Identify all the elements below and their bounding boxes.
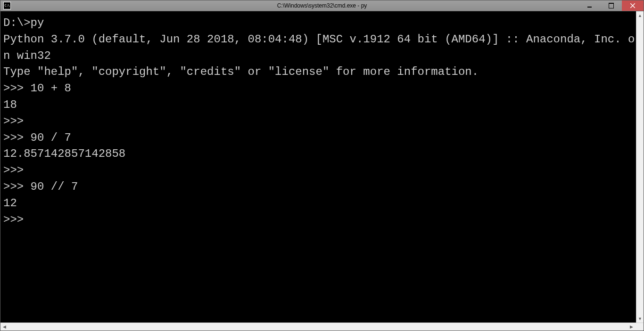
scrollbar-horizontal[interactable]: ◀ ▶ [0, 323, 644, 331]
maximize-button[interactable] [600, 0, 622, 11]
titlebar[interactable]: C:\Windows\system32\cmd.exe - py [0, 0, 644, 11]
scrollbar-corner [636, 323, 644, 331]
minimize-button[interactable] [578, 0, 600, 11]
scroll-right-icon[interactable]: ▶ [627, 323, 636, 331]
terminal-line: D:\>py [3, 15, 636, 32]
terminal-line: >>> 10 + 8 [3, 81, 636, 97]
terminal-output[interactable]: D:\>pyPython 3.7.0 (default, Jun 28 2018… [0, 11, 636, 323]
terminal-line: Python 3.7.0 (default, Jun 28 2018, 08:0… [3, 32, 636, 65]
scrollbar-vertical[interactable]: ▲ ▼ [636, 11, 644, 323]
window-title: C:\Windows\system32\cmd.exe - py [0, 2, 644, 9]
terminal-line: >>> 90 // 7 [3, 179, 636, 195]
window-controls [578, 0, 644, 11]
scrollbar-horizontal-track[interactable] [8, 323, 627, 331]
scroll-left-icon[interactable]: ◀ [0, 323, 8, 331]
terminal-line: >>> [3, 113, 636, 130]
terminal-line: 12 [3, 195, 636, 212]
scroll-down-icon[interactable]: ▼ [636, 315, 644, 323]
terminal-wrap: D:\>pyPython 3.7.0 (default, Jun 28 2018… [0, 11, 644, 323]
terminal-line: 18 [3, 97, 636, 113]
terminal-line: 12.857142857142858 [3, 146, 636, 162]
cmd-icon[interactable] [3, 2, 11, 9]
close-button[interactable] [622, 0, 644, 11]
close-icon [630, 3, 635, 8]
terminal-line: >>> [3, 162, 636, 179]
scroll-up-icon[interactable]: ▲ [636, 11, 644, 19]
scrollbar-vertical-track[interactable] [636, 19, 644, 315]
cmd-window: C:\Windows\system32\cmd.exe - py D:\>pyP… [0, 0, 644, 331]
client-area: D:\>pyPython 3.7.0 (default, Jun 28 2018… [0, 11, 644, 331]
terminal-line: Type "help", "copyright", "credits" or "… [3, 64, 636, 81]
terminal-line: >>> 90 / 7 [3, 130, 636, 146]
terminal-line: >>> [3, 212, 636, 228]
